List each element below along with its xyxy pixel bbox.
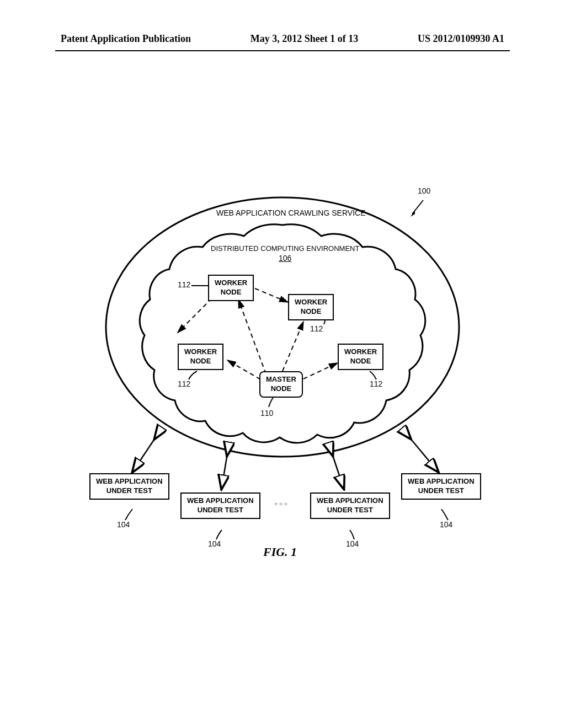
svg-line-13: [409, 437, 437, 470]
ref-104-1: 104: [117, 520, 130, 529]
svg-line-12: [332, 454, 343, 487]
svg-line-5: [282, 322, 303, 371]
ellipsis: ○ ○ ○: [274, 501, 287, 507]
svg-point-0: [106, 197, 459, 457]
ref-112-tl: 112: [178, 280, 190, 289]
diagram-container: 100 WEB APPLICATION CRAWLING SERVICE DIS…: [62, 178, 503, 575]
header-right: US 2012/0109930 A1: [418, 33, 504, 45]
ref-100: 100: [418, 186, 430, 195]
ref-110: 110: [260, 409, 273, 417]
ref-104-4: 104: [440, 520, 452, 529]
svg-line-6: [255, 288, 288, 302]
svg-line-11: [222, 454, 227, 487]
svg-marker-2: [411, 210, 415, 217]
svg-line-4: [238, 299, 266, 374]
ref-104-3: 104: [346, 539, 359, 548]
svg-line-9: [178, 298, 212, 333]
web-app-4: WEB APPLICATION UNDER TEST: [401, 473, 481, 500]
worker-node-bl: WORKER NODE: [178, 344, 223, 370]
web-app-1: WEB APPLICATION UNDER TEST: [89, 473, 169, 500]
master-node: MASTER NODE: [259, 371, 303, 398]
svg-line-10: [134, 437, 156, 470]
web-app-3: WEB APPLICATION UNDER TEST: [310, 493, 390, 519]
env-title-text: DISTRIBUTED COMPUTING ENVIRONMENT: [211, 244, 359, 253]
env-title: DISTRIBUTED COMPUTING ENVIRONMENT 106: [211, 244, 359, 263]
header-divider: [55, 50, 510, 51]
worker-node-br: WORKER NODE: [338, 344, 383, 370]
ref-112-br: 112: [370, 379, 382, 388]
header-left: Patent Application Publication: [61, 33, 191, 45]
figure-label: FIG. 1: [263, 545, 297, 559]
service-title: WEB APPLICATION CRAWLING SERVICE: [216, 208, 365, 217]
worker-node-tr: WORKER NODE: [288, 294, 334, 320]
ref-112-bl: 112: [178, 379, 190, 388]
env-title-ref: 106: [211, 254, 359, 263]
ref-104-2: 104: [208, 539, 221, 548]
svg-line-1: [412, 200, 423, 214]
svg-line-7: [227, 360, 260, 379]
ref-112-tr: 112: [310, 324, 323, 333]
worker-node-tl: WORKER NODE: [208, 275, 254, 301]
web-app-2: WEB APPLICATION UNDER TEST: [180, 493, 260, 519]
header-center: May 3, 2012 Sheet 1 of 13: [250, 33, 358, 45]
